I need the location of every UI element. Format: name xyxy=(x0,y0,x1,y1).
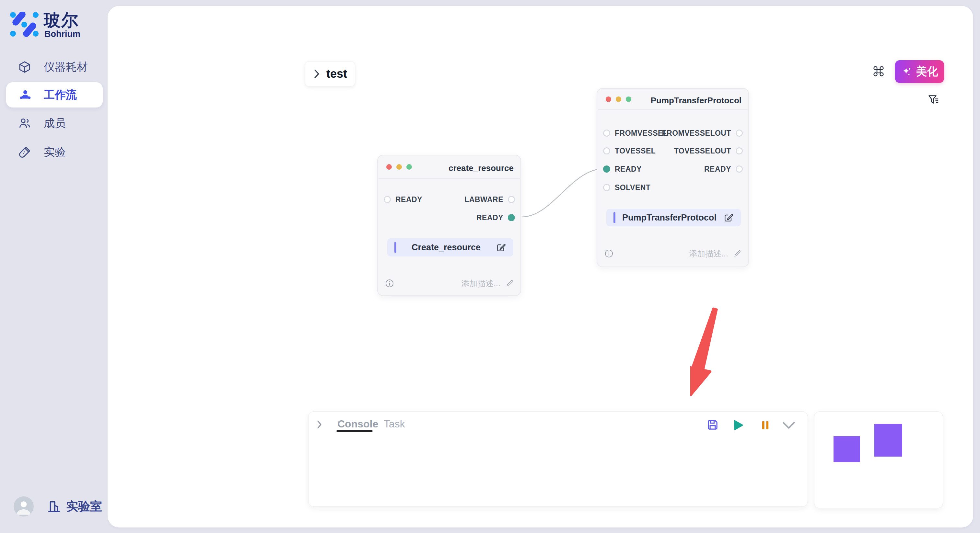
port-circle[interactable] xyxy=(603,184,610,191)
save-icon[interactable] xyxy=(706,418,719,431)
port-ready-out[interactable]: READY xyxy=(476,213,515,222)
sidebar-item-experiment[interactable]: 实验 xyxy=(0,138,108,167)
node-footer: 添加描述... xyxy=(597,247,748,260)
building-icon xyxy=(47,499,62,514)
traffic-dots-icon xyxy=(606,97,631,102)
annotation-arrow xyxy=(690,298,775,408)
node-create-resource[interactable]: create_resource READY LABWARE READY Crea… xyxy=(377,155,521,296)
edit-icon[interactable] xyxy=(723,213,734,223)
port-tovesselout-out[interactable]: TOVESSELOUT xyxy=(674,146,743,155)
port-labware-out[interactable]: LABWARE xyxy=(465,195,515,204)
port-circle[interactable] xyxy=(736,130,743,136)
brand-name-en: Bohrium xyxy=(45,29,80,39)
test-tube-icon xyxy=(18,145,32,159)
node-action-pill[interactable]: PumpTransferProtocol xyxy=(606,209,741,226)
bohrium-logo-icon xyxy=(10,12,39,37)
port-fromvesselout-out[interactable]: FROMVESSELOUT xyxy=(662,128,743,138)
console-tab-underline xyxy=(336,430,373,431)
run-play-icon[interactable] xyxy=(731,418,745,432)
node-header-divider xyxy=(598,109,748,110)
console-panel: Console Task xyxy=(308,411,808,507)
avatar[interactable] xyxy=(14,497,34,517)
yellow-dot-icon xyxy=(396,164,402,170)
sparkles-icon xyxy=(901,66,913,78)
chevron-right-icon[interactable] xyxy=(313,69,320,79)
sidebar-footer: 实验室 xyxy=(14,497,102,517)
task-tab[interactable]: Task xyxy=(384,418,405,430)
sidebar-item-members[interactable]: 成员 xyxy=(0,109,108,138)
breadcrumb[interactable]: test xyxy=(305,61,355,86)
node-title: PumpTransferProtocol xyxy=(651,95,741,106)
node-action-pill[interactable]: Create_resource xyxy=(387,238,513,257)
node-header-divider xyxy=(379,178,520,179)
pencil-icon[interactable] xyxy=(506,279,514,287)
port-circle-connected[interactable] xyxy=(508,214,515,221)
workflow-users-icon xyxy=(19,88,32,102)
beautify-label: 美化 xyxy=(916,64,938,79)
port-circle[interactable] xyxy=(384,196,391,203)
breadcrumb-label: test xyxy=(326,67,347,81)
minimap-node-pump-transfer xyxy=(874,424,902,457)
sidebar-item-consumables[interactable]: 仪器耗材 xyxy=(0,53,108,81)
description-placeholder[interactable]: 添加描述... xyxy=(461,278,500,289)
pause-icon[interactable] xyxy=(759,418,772,432)
port-circle[interactable] xyxy=(736,165,743,173)
pencil-icon[interactable] xyxy=(733,249,742,258)
edge-create-resource-to-pump xyxy=(519,162,609,224)
info-icon[interactable] xyxy=(385,279,394,288)
description-placeholder[interactable]: 添加描述... xyxy=(689,248,728,259)
info-icon[interactable] xyxy=(605,249,614,258)
members-icon xyxy=(18,117,32,130)
node-title: create_resource xyxy=(449,163,514,173)
port-ready-in[interactable]: READY xyxy=(603,165,642,174)
command-layout-icon[interactable] xyxy=(872,65,885,78)
port-circle[interactable] xyxy=(603,148,610,154)
cube-icon xyxy=(18,60,32,74)
chevron-down-icon[interactable] xyxy=(782,420,796,430)
port-ready-in[interactable]: READY xyxy=(384,195,422,204)
sidebar: 玻尔 Bohrium 仪器耗材 工作流 成员 xyxy=(0,0,108,533)
beautify-button[interactable]: 美化 xyxy=(895,60,944,83)
yellow-dot-icon xyxy=(616,97,621,102)
person-icon xyxy=(14,497,34,517)
port-circle[interactable] xyxy=(736,148,743,154)
lab-label: 实验室 xyxy=(66,498,102,514)
edit-icon[interactable] xyxy=(496,242,506,252)
node-footer: 添加描述... xyxy=(378,277,520,290)
filter-icon[interactable] xyxy=(927,93,940,106)
port-circle-connected[interactable] xyxy=(603,165,610,173)
node-header: PumpTransferProtocol xyxy=(597,89,748,109)
port-tovessel-in[interactable]: TOVESSEL xyxy=(603,146,655,155)
lab-selector[interactable]: 实验室 xyxy=(47,498,102,514)
red-dot-icon xyxy=(386,164,392,170)
sidebar-item-workflow[interactable]: 工作流 xyxy=(6,82,103,108)
port-circle[interactable] xyxy=(508,196,515,203)
red-dot-icon xyxy=(606,97,611,102)
chevron-right-icon[interactable] xyxy=(316,420,323,429)
traffic-dots-icon xyxy=(386,164,412,170)
port-circle[interactable] xyxy=(603,130,610,136)
brand-name-zh: 玻尔 xyxy=(44,9,79,32)
console-tab[interactable]: Console xyxy=(337,418,378,430)
minimap[interactable] xyxy=(814,411,943,508)
minimap-node-create-resource xyxy=(834,436,860,462)
node-pump-transfer-protocol[interactable]: PumpTransferProtocol FROMVESSEL FROMVESS… xyxy=(597,88,749,267)
port-fromvessel-in[interactable]: FROMVESSEL xyxy=(603,128,668,138)
port-solvent-in[interactable]: SOLVENT xyxy=(603,183,651,192)
node-header: create_resource xyxy=(378,155,520,178)
port-ready-out[interactable]: READY xyxy=(704,165,743,174)
green-dot-icon xyxy=(626,97,631,102)
green-dot-icon xyxy=(406,164,412,170)
